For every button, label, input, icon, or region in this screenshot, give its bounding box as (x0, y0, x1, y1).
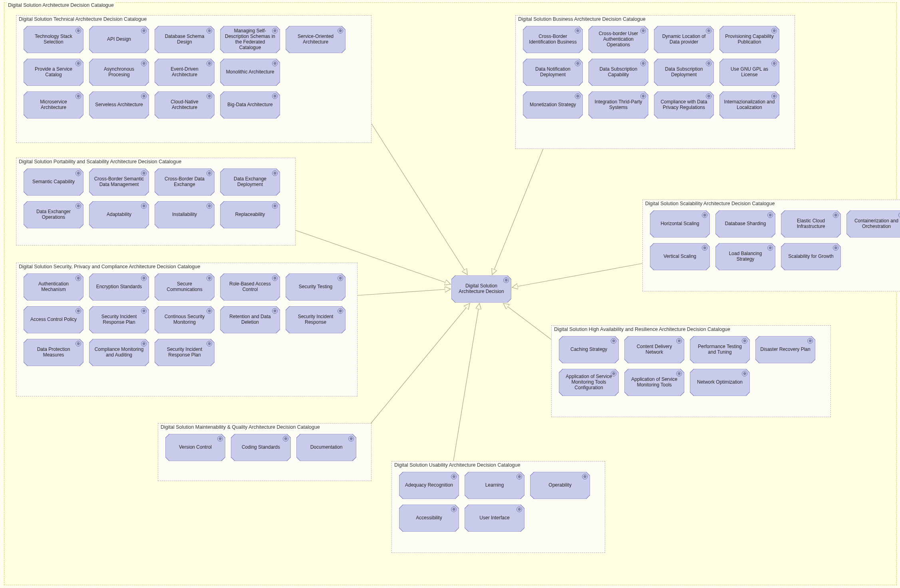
decision-node[interactable]: Elastic Cloud Infrastructure⊕ (781, 210, 841, 238)
expand-icon[interactable]: ⊕ (742, 371, 747, 376)
expand-icon[interactable]: ⊕ (517, 507, 522, 512)
expand-icon[interactable]: ⊕ (141, 341, 147, 346)
expand-icon[interactable]: ⊕ (207, 341, 212, 346)
expand-icon[interactable]: ⊕ (451, 474, 457, 479)
decision-node[interactable]: Security Incident Response⊕ (286, 306, 346, 333)
expand-icon[interactable]: ⊕ (451, 507, 457, 512)
expand-icon[interactable]: ⊕ (582, 474, 588, 479)
decision-node[interactable]: Database Schema Design⊕ (155, 26, 215, 53)
decision-node[interactable]: Caching Strategy⊕ (559, 336, 619, 363)
decision-node[interactable]: Application of Service Monitoring Tools … (559, 369, 619, 396)
expand-icon[interactable]: ⊕ (575, 61, 580, 66)
expand-icon[interactable]: ⊕ (767, 212, 773, 218)
decision-node[interactable]: Data Notification Deployment⊕ (523, 59, 583, 86)
expand-icon[interactable]: ⊕ (575, 28, 580, 34)
expand-icon[interactable]: ⊕ (706, 93, 711, 99)
expand-icon[interactable]: ⊕ (640, 93, 646, 99)
expand-icon[interactable]: ⊕ (272, 203, 278, 209)
expand-icon[interactable]: ⊕ (75, 28, 81, 34)
decision-node[interactable]: Adaptability⊕ (89, 201, 149, 228)
decision-node[interactable]: Data Exchanger Operations⊕ (24, 201, 83, 228)
expand-icon[interactable]: ⊕ (640, 28, 646, 34)
decision-node[interactable]: Performance Testing and Tuning⊕ (690, 336, 750, 363)
decision-node[interactable]: Replaceability⊕ (220, 201, 280, 228)
expand-icon[interactable]: ⊕ (338, 275, 343, 281)
decision-node[interactable]: Horizontal Scaling⊕ (650, 210, 710, 238)
decision-node[interactable]: Content Delivery Network⊕ (624, 336, 684, 363)
expand-icon[interactable]: ⊕ (141, 93, 147, 99)
decision-node[interactable]: Role-Based Access Control⊕ (220, 273, 280, 301)
decision-node[interactable]: Compliance with Data Privacy Regulations… (654, 91, 714, 119)
expand-icon[interactable]: ⊕ (207, 28, 212, 34)
expand-icon[interactable]: ⊕ (272, 275, 278, 281)
expand-icon[interactable]: ⊕ (503, 277, 509, 283)
expand-icon[interactable]: ⊕ (141, 28, 147, 34)
expand-icon[interactable]: ⊕ (207, 170, 212, 176)
decision-node[interactable]: Security Incident Response Plan⊕ (89, 306, 149, 333)
expand-icon[interactable]: ⊕ (141, 308, 147, 314)
decision-node[interactable]: Load Balancing Strategy⊕ (715, 243, 775, 270)
decision-node[interactable]: Provide a Service Catalog⊕ (24, 59, 83, 86)
expand-icon[interactable]: ⊕ (272, 61, 278, 66)
expand-icon[interactable]: ⊕ (702, 212, 707, 218)
expand-icon[interactable]: ⊕ (767, 245, 773, 251)
decision-node[interactable]: Accessibility⊕ (399, 505, 459, 532)
decision-node[interactable]: Big-Data Architecture⊕ (220, 91, 280, 119)
expand-icon[interactable]: ⊕ (75, 61, 81, 66)
decision-node[interactable]: Encryption Standards⊕ (89, 273, 149, 301)
expand-icon[interactable]: ⊕ (640, 61, 646, 66)
decision-node[interactable]: Continous Security Monitoring⊕ (155, 306, 215, 333)
decision-node[interactable]: Database Sharding⊕ (715, 210, 775, 238)
decision-node[interactable]: Integration Thrid-Party Systems⊕ (588, 91, 648, 119)
expand-icon[interactable]: ⊕ (141, 170, 147, 176)
decision-node[interactable]: Adequacy Recognition⊕ (399, 472, 459, 499)
expand-icon[interactable]: ⊕ (348, 436, 354, 441)
decision-node[interactable]: Use GNU GPL as License⊕ (719, 59, 779, 86)
center-decision-node[interactable]: Digital Solution Architecture Decision ⊕ (451, 275, 511, 303)
decision-node[interactable]: Serveless Architecture⊕ (89, 91, 149, 119)
expand-icon[interactable]: ⊕ (75, 203, 81, 209)
expand-icon[interactable]: ⊕ (771, 93, 777, 99)
expand-icon[interactable]: ⊕ (272, 28, 278, 34)
decision-node[interactable]: Vertical Scaling⊕ (650, 243, 710, 270)
decision-node[interactable]: Documentation⊕ (296, 434, 356, 461)
decision-node[interactable]: Service-Oriented Architecture⊕ (286, 26, 346, 53)
expand-icon[interactable]: ⊕ (207, 275, 212, 281)
decision-node[interactable]: Secure Communications⊕ (155, 273, 215, 301)
decision-node[interactable]: Monetization Strategy⊕ (523, 91, 583, 119)
decision-node[interactable]: Compliance Monitoring and Auditing⊕ (89, 339, 149, 366)
expand-icon[interactable]: ⊕ (141, 203, 147, 209)
expand-icon[interactable]: ⊕ (702, 245, 707, 251)
decision-node[interactable]: Asynchronous Procesing⊕ (89, 59, 149, 86)
expand-icon[interactable]: ⊕ (517, 474, 522, 479)
decision-node[interactable]: Cross-border User Authentication Operati… (588, 26, 648, 53)
expand-icon[interactable]: ⊕ (338, 28, 343, 34)
expand-icon[interactable]: ⊕ (272, 308, 278, 314)
decision-node[interactable]: Application of Service Monitoring Tools⊕ (624, 369, 684, 396)
expand-icon[interactable]: ⊕ (207, 93, 212, 99)
expand-icon[interactable]: ⊕ (742, 338, 747, 344)
expand-icon[interactable]: ⊕ (75, 93, 81, 99)
decision-node[interactable]: Coding Standards⊕ (231, 434, 291, 461)
expand-icon[interactable]: ⊕ (676, 371, 682, 376)
expand-icon[interactable]: ⊕ (833, 212, 838, 218)
decision-node[interactable]: Disaster Recovery Plan⊕ (755, 336, 815, 363)
decision-node[interactable]: Semantic Capability⊕ (24, 168, 83, 196)
decision-node[interactable]: Technology Stack Selection⊕ (24, 26, 83, 53)
expand-icon[interactable]: ⊕ (141, 61, 147, 66)
decision-node[interactable]: Cross-Border Data Exchange⊕ (155, 168, 215, 196)
expand-icon[interactable]: ⊕ (207, 308, 212, 314)
decision-node[interactable]: Managing Self-Description Schemas in the… (220, 26, 280, 53)
decision-node[interactable]: User Interface⊕ (465, 505, 525, 532)
decision-node[interactable]: Cross-Border Identification Business⊕ (523, 26, 583, 53)
expand-icon[interactable]: ⊕ (833, 245, 838, 251)
expand-icon[interactable]: ⊕ (75, 170, 81, 176)
expand-icon[interactable]: ⊕ (75, 275, 81, 281)
decision-node[interactable]: Installability⊕ (155, 201, 215, 228)
decision-node[interactable]: Dynamic Location of Data provider⊕ (654, 26, 714, 53)
expand-icon[interactable]: ⊕ (807, 338, 813, 344)
decision-node[interactable]: Retention and Data Deletion⊕ (220, 306, 280, 333)
decision-node[interactable]: Security Incident Response Plan⊕ (155, 339, 215, 366)
decision-node[interactable]: Access Control Policy⊕ (24, 306, 83, 333)
expand-icon[interactable]: ⊕ (575, 93, 580, 99)
